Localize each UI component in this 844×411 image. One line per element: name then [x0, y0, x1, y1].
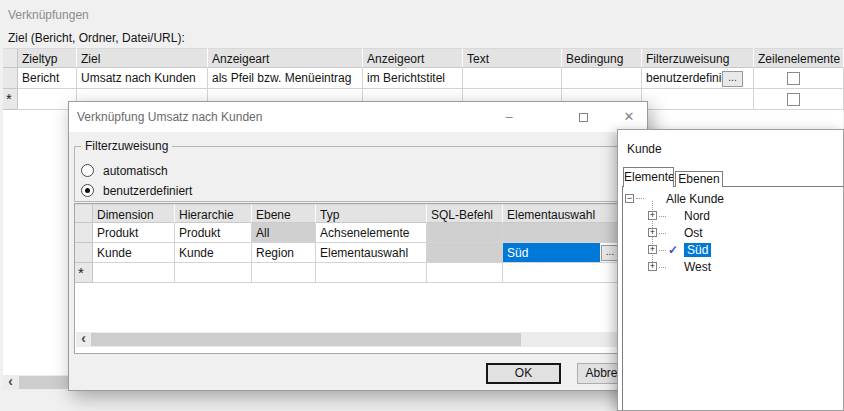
tree-item-west[interactable]: + West	[623, 259, 843, 275]
tree-item-label[interactable]: Ost	[684, 226, 703, 240]
links-row1-filter-ellipsis-button[interactable]: ...	[722, 71, 743, 87]
ok-button[interactable]: OK	[486, 363, 561, 384]
target-label: Ziel (Bericht, Ordner, Datei/URL):	[8, 31, 185, 45]
links-col-bedingung[interactable]: Bedingung	[562, 48, 642, 68]
tree-item-label[interactable]: Nord	[684, 209, 710, 223]
elemente-tab-pane: − Alle Kunde + Nord + Ost + ✓ Süd + West	[622, 186, 844, 411]
filter-row2-dimension[interactable]: Kunde	[93, 243, 175, 263]
links-col-zieltyp[interactable]: Zieltyp	[18, 48, 77, 68]
links-col-zeilenelemente[interactable]: Zeilenelemente fi	[754, 48, 844, 68]
verknuepfung-dialog: Verknüpfung Umsatz nach Kunden – ✕ Filte…	[68, 101, 648, 391]
collapse-icon[interactable]: −	[625, 194, 634, 203]
filter-row1-typ[interactable]: Achsenelemente	[316, 223, 427, 243]
filter-grid-hscrollbar-thumb[interactable]	[91, 333, 521, 346]
filter-row1-hierarchie[interactable]: Produkt	[175, 223, 252, 243]
filter-newrow-cell[interactable]	[316, 263, 427, 283]
filter-row2-typ[interactable]: Elementauswahl	[316, 243, 427, 263]
filter-newrow-header[interactable]: *	[75, 263, 93, 283]
tree-item-label-selected[interactable]: Süd	[684, 243, 711, 257]
tree-item-label[interactable]: Alle Kunde	[666, 192, 724, 206]
scroll-left-arrow-icon[interactable]: ‹	[76, 332, 91, 347]
links-col-anzeigeart[interactable]: Anzeigeart	[208, 48, 363, 68]
radio-benutzerdefiniert-circle[interactable]	[81, 184, 94, 197]
tree-connector-line	[659, 233, 666, 234]
filterzuweisung-group-label: Filterzuweisung	[81, 139, 172, 153]
tree-item-nord[interactable]: + Nord	[623, 208, 843, 224]
expand-icon[interactable]: +	[648, 228, 657, 237]
check-icon[interactable]: ✓	[668, 243, 678, 257]
filter-newrow-cell[interactable]	[427, 263, 503, 283]
tab-elemente[interactable]: Elemente	[623, 167, 674, 187]
links-row1-anzeigeort[interactable]: im Berichtstitel	[363, 68, 463, 89]
filter-row1-sql-befehl[interactable]	[427, 223, 503, 243]
filter-row2-sql-befehl[interactable]	[427, 243, 503, 263]
links-col-text[interactable]: Text	[463, 48, 562, 68]
filter-grid-corner-header	[75, 204, 93, 223]
maximize-button[interactable]	[561, 102, 605, 132]
radio-automatisch-circle[interactable]	[81, 164, 94, 177]
kunde-panel: Kunde Elemente Ebenen − Alle Kunde + Nor…	[617, 129, 844, 411]
page-title: Verknüpfungen	[8, 8, 89, 22]
filter-col-hierarchie[interactable]: Hierarchie	[175, 204, 252, 223]
filter-newrow-cell[interactable]	[503, 263, 619, 283]
filter-row1-header[interactable]	[75, 223, 93, 243]
radio-selected-dot	[85, 188, 90, 193]
dialog-titlebar[interactable]: Verknüpfung Umsatz nach Kunden – ✕	[69, 102, 647, 132]
links-row1-anzeigeart[interactable]: als Pfeil bzw. Menüeintrag	[208, 68, 363, 89]
filter-newrow-cell[interactable]	[93, 263, 175, 283]
tree-connector-line	[659, 267, 666, 268]
filter-col-sql-befehl[interactable]: SQL-Befehl	[427, 204, 503, 223]
filter-col-dimension[interactable]: Dimension	[93, 204, 175, 223]
filter-grid: Dimension Hierarchie Ebene Typ SQL-Befeh…	[74, 203, 620, 354]
close-button[interactable]: ✕	[607, 102, 651, 132]
radio-automatisch-label[interactable]: automatisch	[103, 164, 168, 178]
tree-item-alle-kunde[interactable]: − Alle Kunde	[623, 191, 843, 207]
filter-row1-dimension[interactable]: Produkt	[93, 223, 175, 243]
expand-icon[interactable]: +	[648, 245, 657, 254]
links-row1-ziel[interactable]: Umsatz nach Kunden	[77, 68, 208, 89]
expand-icon[interactable]: +	[648, 262, 657, 271]
filter-row2-ebene[interactable]: Region	[252, 243, 316, 263]
tree-item-label[interactable]: West	[684, 260, 711, 274]
links-row1-text[interactable]	[463, 68, 562, 89]
filter-newrow-cell[interactable]	[252, 263, 316, 283]
filter-row2-hierarchie[interactable]: Kunde	[175, 243, 252, 263]
tab-ebenen[interactable]: Ebenen	[675, 171, 723, 187]
minimize-button[interactable]: –	[487, 102, 531, 132]
tree-connector-line	[636, 198, 644, 199]
filter-col-ebene[interactable]: Ebene	[252, 204, 316, 223]
radio-benutzerdefiniert-label[interactable]: benutzerdefiniert	[103, 184, 192, 198]
links-grid-corner-header	[3, 48, 18, 68]
links-row1-header[interactable]	[3, 68, 18, 89]
filter-row1-ebene[interactable]: All	[252, 223, 316, 243]
links-row1-zieltyp[interactable]: Bericht	[18, 68, 77, 89]
links-newrow-header[interactable]: *	[3, 89, 18, 110]
filter-col-elementauswahl[interactable]: Elementauswahl	[503, 204, 619, 223]
links-col-anzeigeort[interactable]: Anzeigeort	[363, 48, 463, 68]
links-col-filterzuweisung[interactable]: Filterzuweisung	[642, 48, 754, 68]
links-newrow-cell[interactable]	[642, 89, 754, 110]
filter-newrow-cell[interactable]	[175, 263, 252, 283]
links-row1-bedingung[interactable]	[562, 68, 642, 89]
expand-icon[interactable]: +	[648, 211, 657, 220]
tree-connector-line	[659, 216, 666, 217]
links-newrow-zeilenelemente-checkbox[interactable]	[787, 93, 800, 106]
dialog-title: Verknüpfung Umsatz nach Kunden	[77, 110, 262, 124]
scroll-left-arrow-icon[interactable]: ‹	[3, 375, 18, 390]
filter-row1-elementauswahl[interactable]	[503, 223, 619, 243]
tree-connector-line	[659, 250, 666, 251]
tree-item-sued[interactable]: + ✓ Süd	[623, 242, 843, 258]
close-icon: ✕	[624, 109, 635, 124]
filter-row2-header[interactable]	[75, 243, 93, 263]
filter-grid-hscrollbar[interactable]: ‹	[76, 332, 618, 347]
filter-col-typ[interactable]: Typ	[316, 204, 427, 223]
links-col-ziel[interactable]: Ziel	[77, 48, 208, 68]
maximize-icon	[579, 113, 588, 122]
filter-row2-elementauswahl-value[interactable]: Süd	[503, 243, 600, 262]
kunde-panel-title: Kunde	[627, 142, 662, 156]
minimize-icon: –	[505, 109, 512, 124]
tree-item-ost[interactable]: + Ost	[623, 225, 843, 241]
links-row1-zeilenelemente-checkbox[interactable]	[787, 72, 800, 85]
